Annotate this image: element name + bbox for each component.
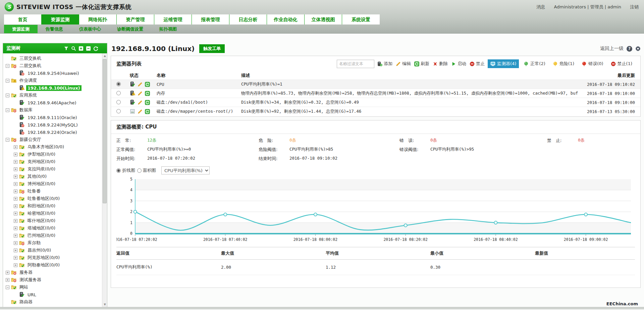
plus-expander-icon[interactable]: + [14, 190, 17, 193]
tree-item[interactable]: +克拉玛依(0/0) [3, 165, 102, 173]
row-radio[interactable] [116, 100, 121, 104]
tab-运维管理[interactable]: 运维管理 [154, 14, 192, 24]
tree-item[interactable]: +喀什地区(0/0) [3, 217, 102, 224]
tree-item[interactable]: −二层交换机 [3, 62, 102, 69]
tree-item[interactable]: +巴州地区(0/0) [3, 232, 102, 239]
刷新-button[interactable]: 刷新 [414, 61, 429, 67]
monitor-row[interactable]: CPU CPU平均利用率(%)=1 2016-07-18 09:10:02 [111, 80, 640, 89]
subtab-拓扑视图[interactable]: 拓扑视图 [151, 25, 185, 33]
pencil-icon[interactable] [138, 91, 143, 96]
tree-scrollbar[interactable]: ▲ ▼ [102, 53, 107, 307]
tree-item[interactable]: +昌吉州(0/0) [3, 247, 102, 254]
filter-危险-button[interactable]: 危险(1) [550, 59, 577, 68]
删除-button[interactable]: 删除 [433, 61, 448, 67]
refresh-green-icon[interactable] [145, 91, 150, 96]
plus-expander-icon[interactable]: + [14, 167, 17, 171]
tree-item[interactable]: +阿克苏地区(0/0) [3, 254, 102, 261]
plus-expander-icon[interactable]: + [14, 160, 17, 164]
tree-item[interactable]: +测试服务器 [3, 276, 102, 283]
tree-item[interactable]: 路由器 [3, 298, 102, 306]
row-radio[interactable] [116, 91, 121, 95]
tab-报表管理[interactable]: 报表管理 [192, 14, 229, 24]
tab-资产管理[interactable]: 资产管理 [117, 14, 154, 24]
plus-expander-icon[interactable]: + [14, 249, 17, 252]
tree-item[interactable]: 三层交换机 [3, 55, 102, 62]
plus-expander-icon[interactable]: + [14, 226, 17, 230]
plus-expander-icon[interactable]: + [14, 182, 17, 186]
tree-item[interactable]: −新疆公安厅 [3, 136, 102, 143]
filter-错误-button[interactable]: 错误(0) [579, 59, 606, 68]
tree-item[interactable]: +阿勒泰地区(0/0) [3, 261, 102, 269]
tree-item[interactable]: −数据库 [3, 106, 102, 114]
plus-expander-icon[interactable]: + [14, 175, 17, 178]
monitor-row[interactable]: 磁盘:/dev/mapper/centos-root(/) Disk使用率(%)… [111, 107, 640, 116]
tree-item[interactable]: +其他(0/0) [3, 173, 102, 180]
plus-expander-icon[interactable]: + [14, 153, 17, 156]
pencil-icon[interactable] [138, 100, 143, 105]
编辑-button[interactable]: 编辑 [396, 61, 411, 67]
plus-expander-icon[interactable]: + [14, 241, 17, 245]
tab-首页[interactable]: 首页 [4, 14, 42, 24]
tree-item[interactable]: +塔城地区(0/0) [3, 224, 102, 232]
chart-type-radio[interactable] [116, 168, 121, 173]
chart-type-radio[interactable] [137, 168, 142, 173]
tab-立体透视图[interactable]: 立体透视图 [305, 14, 342, 24]
plus-expander-icon[interactable]: + [14, 263, 17, 267]
minus-expander-icon[interactable]: − [6, 79, 9, 83]
minus-expander-icon[interactable]: − [6, 108, 9, 112]
filter-正常-button[interactable]: 正常(2) [521, 59, 548, 68]
filter-监测器-button[interactable]: 监测器(4) [488, 59, 519, 68]
tree-item[interactable]: +博州地区(0/0) [3, 180, 102, 188]
tree-item[interactable]: 192.168.9.224(Oracle) [3, 128, 102, 136]
refresh-green-icon[interactable] [145, 100, 150, 105]
tab-网络拓扑[interactable]: 网络拓扑 [79, 14, 117, 24]
collapse-icon[interactable] [86, 46, 91, 51]
tree-item[interactable]: 192.168.9.111(Oracle) [3, 114, 102, 121]
filter-icon[interactable] [64, 46, 69, 51]
expand-icon[interactable] [78, 46, 84, 51]
plus-expander-icon[interactable]: + [6, 271, 9, 274]
plus-expander-icon[interactable]: + [6, 278, 9, 282]
scroll-down-icon[interactable]: ▼ [102, 302, 107, 307]
chart-type-折线图[interactable]: 折线图 [116, 167, 135, 173]
refresh-green-icon[interactable] [145, 109, 150, 114]
row-radio[interactable] [116, 82, 121, 86]
tree-item[interactable]: +吐鲁番地区(0/0) [3, 195, 102, 202]
tree-item[interactable]: URL [3, 291, 102, 298]
pencil-icon[interactable] [138, 82, 143, 87]
metric-select[interactable]: CPU平均利用率(%) [161, 166, 210, 174]
plus-expander-icon[interactable]: + [14, 256, 17, 260]
tree-item[interactable]: 192.168.9.100(Linux) [3, 84, 102, 92]
plus-expander-icon[interactable]: + [14, 212, 17, 215]
name-filter-input[interactable] [337, 60, 374, 68]
back-link[interactable]: 返回上一级 [600, 46, 624, 52]
plus-expander-icon[interactable]: + [14, 234, 17, 238]
tree-item[interactable]: 192.168.9.224(MySQL) [3, 121, 102, 128]
monitor-row[interactable]: 内存 物理内存利用率(%)=85.73, 物理内存剩余空间(MB)=258, 物… [111, 89, 640, 98]
tree-item[interactable]: +克州地区(0/0) [3, 158, 102, 165]
plus-expander-icon[interactable]: + [14, 197, 17, 201]
minus-expander-icon[interactable]: − [6, 94, 9, 97]
chart-type-面积图[interactable]: 面积图 [137, 167, 156, 173]
minus-expander-icon[interactable]: − [6, 64, 9, 68]
minus-expander-icon[interactable]: − [6, 138, 9, 142]
tree-item[interactable]: +哈密地区(0/0) [3, 210, 102, 217]
tree-item[interactable]: +库尔勒 [3, 239, 102, 247]
scroll-up-icon[interactable]: ▲ [102, 53, 107, 58]
subtab-诊断阈值设置[interactable]: 诊断阈值设置 [109, 25, 151, 33]
tree-item[interactable]: +和田地区(0/0) [3, 202, 102, 210]
tree-item[interactable]: −应用系统 [3, 92, 102, 99]
plus-expander-icon[interactable]: + [14, 145, 17, 149]
tree-item[interactable]: +服务器 [3, 269, 102, 276]
refresh-green-icon[interactable] [145, 82, 150, 87]
添加-button[interactable]: 添加 [377, 61, 392, 67]
tab-日志分析[interactable]: 日志分析 [229, 14, 267, 24]
gear-icon[interactable] [635, 46, 641, 51]
subtab-仪表板中心[interactable]: 仪表板中心 [71, 25, 109, 33]
subtab-告警信息[interactable]: 告警信息 [38, 25, 71, 33]
tree-item[interactable]: 192.168.9.46(Apache) [3, 99, 102, 106]
horizontal-scrollbar[interactable] [0, 307, 644, 309]
minus-expander-icon[interactable]: − [6, 286, 9, 289]
tree-item[interactable]: −网站 [3, 283, 102, 291]
tree-item[interactable]: −作业调度 [3, 77, 102, 84]
